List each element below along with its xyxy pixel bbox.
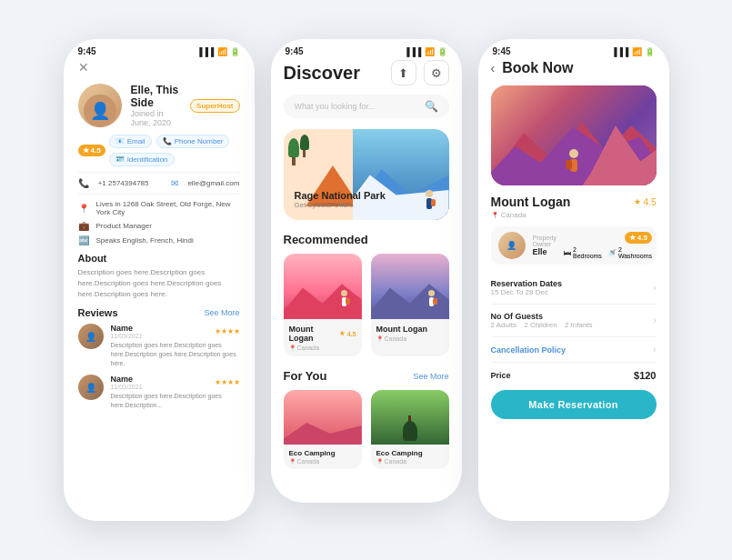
price-value: $120 xyxy=(634,370,656,381)
owner-rating-badge: ★ 4.5 xyxy=(625,232,652,244)
for-you-label: For You xyxy=(284,369,327,383)
search-bar[interactable]: What you looking for... 🔍 xyxy=(284,95,449,118)
avatar: 👤 xyxy=(78,84,122,127)
cancellation-field[interactable]: Cancellation Policy › xyxy=(491,337,657,363)
book-rating: ★ 4.5 xyxy=(634,197,657,207)
left-time: 9:45 xyxy=(78,46,96,56)
owner-label: Property Owner xyxy=(533,235,557,247)
close-button[interactable]: ✕ xyxy=(78,60,240,75)
review-text-2: Description goes here.Description goes h… xyxy=(111,392,240,410)
recommended-header: Recommended xyxy=(284,233,449,246)
profile-name: Elle, This Side xyxy=(131,84,182,109)
header-icons: ⬆ ⚙ xyxy=(391,60,449,85)
foryou-image-2 xyxy=(371,390,449,445)
foryou-card-2[interactable]: Eco Camping 📍 Canada xyxy=(371,390,449,469)
dest-name-2: Mount Logan xyxy=(376,325,444,334)
review-text-1: Description goes here.Description goes h… xyxy=(111,341,240,367)
destination-card-1[interactable]: Mount Logan ★ 4.5 📍 Canada xyxy=(284,254,362,356)
right-status-icons: ▐▐▐ 📶 🔋 xyxy=(611,47,654,56)
review-stars-1: ★★★★ xyxy=(215,327,240,335)
dest-info-2: Mount Logan 📍 Canada xyxy=(371,319,449,347)
location-row: 📍 Lives in 1268 Oak Street, Old Forge, N… xyxy=(78,200,240,216)
dest-illustration-pink xyxy=(284,254,362,319)
center-time: 9:45 xyxy=(286,46,304,56)
book-country: 📍 Canada xyxy=(491,211,657,219)
book-header: ‹ Book Now xyxy=(491,60,657,76)
review-stars-2: ★★★★ xyxy=(215,378,240,386)
dest-info-1: Mount Logan ★ 4.5 📍 Canada xyxy=(284,319,362,356)
discover-title: Discover xyxy=(284,63,361,84)
divider-1 xyxy=(78,172,240,173)
chevron-icon-guests: › xyxy=(653,315,656,325)
chevron-icon-reservation: › xyxy=(653,283,656,293)
left-status-bar: 9:45 ▐▐▐ 📶 🔋 xyxy=(64,39,255,60)
bedrooms-amenity: 🛏 2 Bedrooms xyxy=(564,246,602,259)
phone-row: 📞 +1 2574394785 ✉ elle@gmail.com xyxy=(78,178,240,188)
dest-image-1 xyxy=(284,254,362,319)
reservation-dates-field[interactable]: Reservation Dates 15 Dec To 28 Dec › xyxy=(491,272,657,305)
price-row: Price $120 xyxy=(491,363,657,390)
phone-tag[interactable]: 📞 Phone Number xyxy=(156,135,230,148)
filter-icon-btn[interactable]: ⚙ xyxy=(424,60,449,85)
destination-card-2[interactable]: Mount Logan 📍 Canada xyxy=(371,254,449,356)
reviews-header: Reviews See More xyxy=(78,307,240,318)
center-phone: 9:45 ▐▐▐ 📶 🔋 Discover ⬆ ⚙ What you looki… xyxy=(271,39,462,503)
dest-name-1: Mount Logan ★ 4.5 xyxy=(289,325,356,343)
featured-text: Rage National Park Get Special Offers xyxy=(295,190,386,209)
dest-location-2: 📍 Canada xyxy=(376,335,444,342)
foryou-info-2: Eco Camping 📍 Canada xyxy=(371,445,449,469)
owner-details: Property Owner Elle xyxy=(533,235,557,256)
foryou-info-1: Eco Camping 📍 Canada xyxy=(284,445,362,469)
contact-tags: 📧 Email 📞 Phone Number 🪪 Identification xyxy=(109,135,240,166)
reserve-button[interactable]: Make Reservation xyxy=(491,390,657,419)
guests-details: No Of Guests 2 Adults 2 Children 2 Infan… xyxy=(491,312,593,329)
foryou-name-1: Eco Camping xyxy=(289,449,356,457)
center-status-bar: 9:45 ▐▐▐ 📶 🔋 xyxy=(271,39,462,60)
owner-name: Elle xyxy=(533,247,557,256)
search-placeholder: What you looking for... xyxy=(295,102,419,111)
job-row: 💼 Product Manager xyxy=(78,221,240,231)
featured-card[interactable]: Rage National Park Get Special Offers xyxy=(284,129,449,220)
discover-header: Discover ⬆ ⚙ xyxy=(284,60,449,85)
left-status-icons: ▐▐▐ 📶 🔋 xyxy=(196,47,239,56)
book-location-name: Mount Logan xyxy=(491,195,571,209)
price-label: Price xyxy=(491,371,511,380)
dest-image-2 xyxy=(371,254,449,319)
foryou-location-2: 📍 Canada xyxy=(376,458,444,465)
for-you-header: For You See More xyxy=(284,369,449,383)
mini-hiker-2 xyxy=(426,290,438,312)
id-tag[interactable]: 🪪 Identification xyxy=(109,153,175,166)
briefcase-icon: 💼 xyxy=(78,221,89,231)
for-you-row: Eco Camping 📍 Canada xyxy=(284,390,449,469)
foryou-location-1: 📍 Canada xyxy=(289,458,356,465)
amenities: 🛏 2 Bedrooms 🚿 2 Washrooms xyxy=(564,246,652,259)
back-button[interactable]: ‹ xyxy=(491,61,496,75)
for-you-see-more[interactable]: See More xyxy=(413,372,448,381)
review-name-2: Name xyxy=(111,375,143,384)
washrooms-amenity: 🚿 2 Washrooms xyxy=(607,246,652,259)
cancellation-link[interactable]: Cancellation Policy xyxy=(491,345,567,355)
review-item-2: 👤 Name 11/03/2021 ★★★★ Description goes … xyxy=(78,375,240,410)
review-avatar-1: 👤 xyxy=(78,324,104,349)
reservation-label: Reservation Dates 15 Dec To 28 Dec xyxy=(491,279,563,296)
review-date-2: 11/03/2021 xyxy=(111,384,143,390)
dest-location-1: 📍 Canada xyxy=(289,345,356,351)
share-icon-btn[interactable]: ⬆ xyxy=(391,60,416,85)
right-status-bar: 9:45 ▐▐▐ 📶 🔋 xyxy=(478,39,669,60)
review-avatar-2: 👤 xyxy=(78,375,104,400)
see-more-reviews[interactable]: See More xyxy=(204,308,239,317)
location-icon: 📍 xyxy=(78,204,89,214)
guests-field[interactable]: No Of Guests 2 Adults 2 Children 2 Infan… xyxy=(491,305,657,337)
featured-offer: Get Special Offers xyxy=(295,201,386,209)
featured-name: Rage National Park xyxy=(295,190,386,201)
foryou-card-1[interactable]: Eco Camping 📍 Canada xyxy=(284,390,362,469)
right-phone: 9:45 ▐▐▐ 📶 🔋 ‹ Book Now xyxy=(478,39,669,521)
about-title: About xyxy=(78,253,240,264)
mini-hiker-1 xyxy=(338,290,351,312)
profile-header: 👤 Elle, This Side Joined in June, 2020 S… xyxy=(78,84,240,127)
rating-badge: ★ 4.5 xyxy=(78,145,105,156)
review-name-1: Name xyxy=(111,324,143,333)
owner-row: 👤 Property Owner Elle ★ 4.5 🛏 2 Bedrooms xyxy=(491,226,657,265)
email-tag[interactable]: 📧 Email xyxy=(109,135,152,148)
dest-illustration-blue xyxy=(371,254,449,319)
